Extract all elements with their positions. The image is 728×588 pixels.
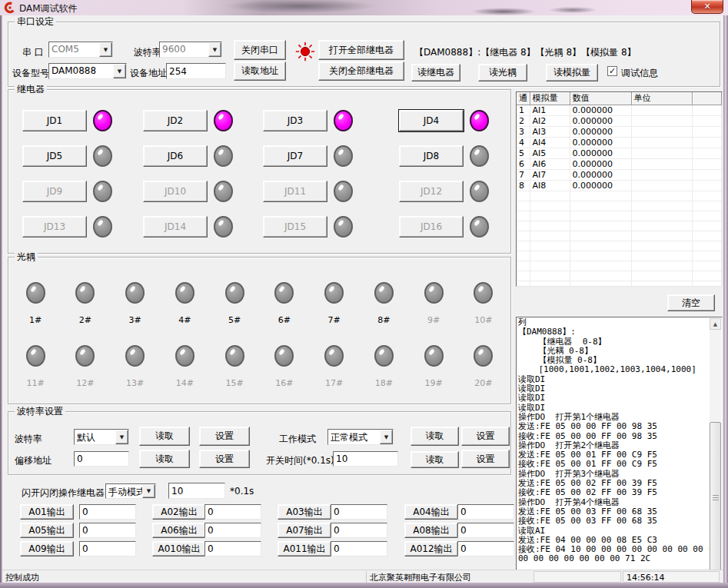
switch-time-input[interactable] <box>333 451 398 467</box>
relay-button-jd2[interactable]: JD2 <box>143 110 208 131</box>
analog-row[interactable]: 3AI30.000000 <box>517 126 722 137</box>
chevron-down-icon[interactable]: ▼ <box>113 64 126 78</box>
output-button-a09[interactable]: A09输出 <box>20 541 74 556</box>
baudrate-select[interactable]: 9600 ▼ <box>159 42 222 58</box>
chevron-down-icon[interactable]: ▼ <box>142 484 155 498</box>
open-all-relays-button[interactable]: 打开全部继电器 <box>318 40 404 60</box>
relay-button-jd11[interactable]: JD11 <box>263 181 327 202</box>
output-input-a01[interactable] <box>79 504 136 520</box>
output-button-a011[interactable]: A011输出 <box>278 541 331 556</box>
analog-row[interactable]: 8AI80.000000 <box>517 180 722 191</box>
output-input-a08[interactable] <box>457 523 514 538</box>
relay-button-jd4[interactable]: JD4 <box>399 110 464 131</box>
relay-button-jd1[interactable]: JD1 <box>22 110 87 131</box>
chevron-down-icon[interactable]: ▼ <box>380 430 393 444</box>
analog-row[interactable]: 2AI20.000000 <box>517 115 722 126</box>
debug-info-checkbox[interactable]: ✓ <box>607 66 617 76</box>
relay-lamp-9 <box>93 181 112 202</box>
title-bar[interactable]: DAM调试软件 ✕ <box>0 0 728 15</box>
scroll-up-button[interactable]: ▲ <box>710 318 721 330</box>
opto-lamp-18 <box>374 345 394 367</box>
baud-read-button[interactable]: 读取 <box>139 427 190 446</box>
device-model-select[interactable]: DAM0888 ▼ <box>48 63 127 79</box>
switch-time-set-button[interactable]: 设置 <box>461 450 510 468</box>
work-mode-read-button[interactable]: 读取 <box>411 427 459 446</box>
analog-row[interactable]: 1AI10.000000 <box>517 105 722 115</box>
close-port-button[interactable]: 关闭串口 <box>234 40 286 60</box>
output-input-a010[interactable] <box>204 541 261 556</box>
analog-row[interactable]: 5AI50.000000 <box>517 148 722 158</box>
output-input-a06[interactable] <box>204 523 261 538</box>
offset-set-button[interactable]: 设置 <box>199 450 250 468</box>
analog-row[interactable]: 4AI40.000000 <box>517 137 722 148</box>
output-input-a04[interactable] <box>457 504 514 520</box>
opto-lamp-3 <box>125 282 145 304</box>
relay-button-jd6[interactable]: JD6 <box>143 145 208 167</box>
read-analog-button[interactable]: 读模拟量 <box>546 64 598 81</box>
relay-button-jd13[interactable]: JD13 <box>22 216 87 238</box>
chevron-down-icon[interactable]: ▼ <box>99 42 112 57</box>
output-input-a011[interactable] <box>331 541 387 556</box>
chevron-down-icon[interactable]: ▼ <box>208 42 221 57</box>
output-button-a08[interactable]: A08输出 <box>404 523 458 538</box>
output-input-a02[interactable] <box>204 504 261 520</box>
clear-log-button[interactable]: 清空 <box>667 294 715 311</box>
offset-address-input[interactable] <box>74 451 129 467</box>
work-mode-select[interactable]: 正常模式 ▼ <box>327 429 394 445</box>
analog-row[interactable]: 7AI70.000000 <box>517 169 722 180</box>
flash-time-input[interactable] <box>168 483 225 499</box>
relay-button-jd7[interactable]: JD7 <box>263 145 327 167</box>
relay-lamp-1 <box>93 110 112 131</box>
close-all-relays-button[interactable]: 关闭全部继电器 <box>318 61 404 81</box>
port-select[interactable]: COM5 ▼ <box>48 42 113 58</box>
read-opto-button[interactable]: 读光耦 <box>478 64 527 81</box>
output-input-a012[interactable] <box>457 541 514 556</box>
relay-button-jd12[interactable]: JD12 <box>399 181 464 202</box>
output-button-a012[interactable]: A012输出 <box>404 541 458 556</box>
flash-mode-value: 手动模式 <box>106 484 142 498</box>
chevron-down-icon[interactable]: ▼ <box>115 430 128 444</box>
relay-button-jd16[interactable]: JD16 <box>399 216 464 238</box>
relay-button-jd3[interactable]: JD3 <box>263 110 327 131</box>
relay-button-jd8[interactable]: JD8 <box>399 145 464 167</box>
output-button-a04[interactable]: A04输出 <box>404 504 458 520</box>
switch-time-label: 开关时间(*0.1s) <box>266 454 334 467</box>
col-extra <box>692 92 722 105</box>
close-button[interactable]: ✕ <box>691 0 723 14</box>
output-button-a010[interactable]: A010输出 <box>152 541 206 556</box>
output-input-a09[interactable] <box>79 541 136 556</box>
output-button-a02[interactable]: A02输出 <box>152 504 206 520</box>
analog-row[interactable]: 6AI60.000000 <box>517 158 722 169</box>
output-input-a05[interactable] <box>79 523 136 538</box>
baud-select[interactable]: 默认 ▼ <box>74 429 129 445</box>
log-line: [1000,1001,1002,1003,1004,1000] <box>518 365 709 374</box>
read-address-button[interactable]: 读取地址 <box>234 61 286 81</box>
baud-set-button[interactable]: 设置 <box>199 427 250 446</box>
output-button-a05[interactable]: A05输出 <box>20 523 74 538</box>
read-relay-button[interactable]: 读继电器 <box>411 64 460 81</box>
flash-mode-select[interactable]: 手动模式 ▼ <box>105 483 156 499</box>
opto-lamp-9 <box>424 282 444 304</box>
output-button-a07[interactable]: A07输出 <box>278 523 331 538</box>
output-input-a03[interactable] <box>331 504 387 520</box>
opto-lamp-1 <box>26 282 45 304</box>
work-mode-set-button[interactable]: 设置 <box>461 427 510 446</box>
relay-button-jd15[interactable]: JD15 <box>263 216 327 238</box>
output-button-a01[interactable]: A01输出 <box>20 504 74 520</box>
log-line: 接收:FE 05 00 02 FF 00 39 F5 <box>518 488 709 497</box>
switch-time-read-button[interactable]: 读取 <box>411 451 459 468</box>
port-label: 串 口 <box>22 46 44 59</box>
relay-button-jd9[interactable]: JD9 <box>22 181 87 202</box>
relay-button-jd10[interactable]: JD10 <box>143 181 208 202</box>
log-scrollbar[interactable]: ▲ <box>710 318 721 573</box>
analog-table-header: 通 模拟量 数值 单位 <box>517 92 722 105</box>
relay-button-jd5[interactable]: JD5 <box>22 145 87 167</box>
relay-button-jd14[interactable]: JD14 <box>143 216 208 238</box>
output-button-a03[interactable]: A03输出 <box>278 504 331 520</box>
output-input-a07[interactable] <box>331 523 387 538</box>
output-button-a06[interactable]: A06输出 <box>152 523 206 538</box>
device-address-input[interactable] <box>166 63 226 79</box>
log-output[interactable]: 列 【DAM0888】: 【继电器 0-8】 【光耦 0-8】 【模拟量 0-8… <box>516 317 723 574</box>
offset-read-button[interactable]: 读取 <box>139 450 190 468</box>
scrollbar-thumb[interactable] <box>710 422 721 573</box>
